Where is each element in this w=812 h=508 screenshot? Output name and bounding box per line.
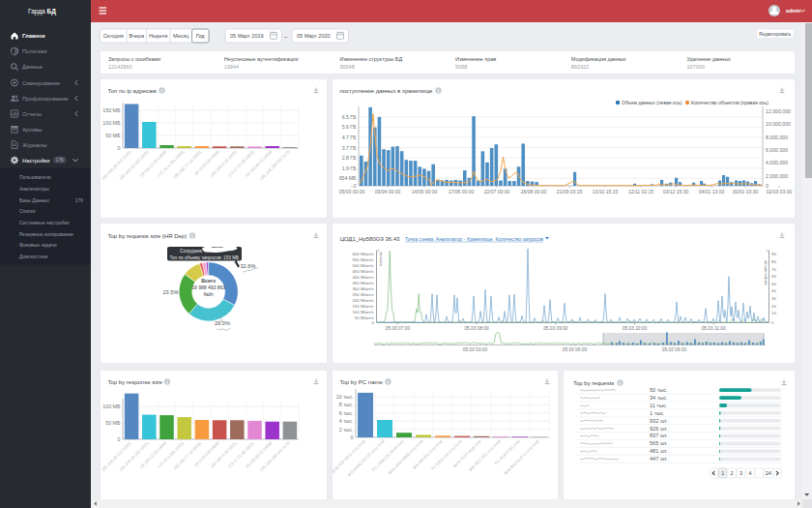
svg-text:Главное: Главное bbox=[22, 33, 46, 39]
svg-text:Сканирование: Сканирование bbox=[22, 80, 60, 86]
svg-text:Диагностика: Диагностика bbox=[19, 254, 47, 259]
svg-text:...: ... bbox=[757, 470, 762, 476]
svg-text:поступление данных в хранилище: поступление данных в хранилище bbox=[340, 88, 434, 94]
svg-text:запросов\сек: запросов\сек bbox=[763, 260, 768, 285]
svg-text:Гарда: Гарда bbox=[28, 8, 45, 15]
svg-text:192.168.20.212:11521: 192.168.20.212:11521 bbox=[101, 440, 132, 472]
svg-text:0: 0 bbox=[118, 436, 121, 442]
svg-text:107000: 107000 bbox=[687, 63, 705, 69]
svg-text:20: 20 bbox=[771, 304, 776, 309]
svg-text:30048: 30048 bbox=[339, 63, 354, 69]
svg-text:17/06 00:00: 17/06 00:00 bbox=[449, 189, 475, 194]
svg-text:Архивы: Архивы bbox=[22, 127, 42, 133]
svg-text:Пользователи: Пользователи bbox=[19, 174, 51, 180]
svg-text:250 Мбит/с: 250 Мбит/с bbox=[352, 292, 374, 297]
svg-text:2.8 ГБ: 2.8 ГБ bbox=[342, 155, 357, 161]
svg-text:Данные: Данные bbox=[22, 64, 43, 70]
svg-text:admin: admin bbox=[786, 8, 800, 14]
svg-text:05 Март 2020: 05 Март 2020 bbox=[297, 33, 331, 39]
svg-text:Системные настройки: Системные настройки bbox=[19, 220, 70, 225]
svg-text:200 Мбит/с: 200 Мбит/с bbox=[352, 298, 374, 303]
svg-text:Объем данных (левая ось): Объем данных (левая ось) bbox=[622, 100, 682, 105]
svg-text:10: 10 bbox=[771, 311, 776, 315]
svg-text:2: 2 bbox=[731, 470, 734, 476]
svg-text:24: 24 bbox=[766, 470, 771, 476]
svg-text:21/09 03:15: 21/09 03:15 bbox=[557, 189, 583, 194]
svg-text:4 тыс.: 4 тыс. bbox=[339, 418, 354, 424]
svg-text:100 Мбит/с: 100 Мбит/с bbox=[352, 310, 374, 314]
svg-text:3.7 ГБ: 3.7 ГБ bbox=[342, 145, 357, 151]
svg-text:1: 1 bbox=[721, 470, 724, 476]
svg-text:0: 0 bbox=[118, 145, 121, 151]
svg-text:14/05 00:00: 14/05 00:00 bbox=[412, 189, 438, 194]
svg-text:26/08 00:00: 26/08 00:00 bbox=[521, 189, 547, 194]
svg-text:10,000,000: 10,000,000 bbox=[766, 121, 791, 127]
svg-text:3: 3 bbox=[740, 470, 742, 476]
svg-text:05.03 07:00: 05.03 07:00 bbox=[386, 326, 411, 331]
svg-text:03/12 15:30: 03/12 15:30 bbox=[663, 189, 689, 194]
svg-text:0: 0 bbox=[354, 183, 357, 189]
svg-text:192.168.100.241:1178: 192.168.100.241:1178 bbox=[259, 149, 291, 181]
svg-text:600 Мбит/с: 600 Мбит/с bbox=[352, 252, 374, 256]
svg-text:Неуспешные аутентификации: Неуспешные аутентификации bbox=[224, 55, 299, 61]
svg-text:926 шт.: 926 шт. bbox=[650, 426, 668, 432]
svg-text:13/10 15:15: 13/10 15:15 bbox=[593, 189, 619, 194]
svg-text:Год: Год bbox=[196, 33, 206, 39]
svg-text:400 Мбит/с: 400 Мбит/с bbox=[352, 275, 374, 280]
svg-text:Топ по ip адресам: Топ по ip адресам bbox=[108, 88, 157, 94]
svg-text:Изменение структуры БД: Изменение структуры БД bbox=[339, 55, 402, 61]
svg-text:50 тыс.: 50 тыс. bbox=[650, 387, 668, 393]
svg-text:90: 90 bbox=[771, 252, 776, 256]
svg-text:05.03 10:00: 05.03 10:00 bbox=[623, 326, 648, 331]
svg-text:500 Мбит/с: 500 Мбит/с bbox=[352, 263, 374, 268]
svg-text:WIN-SRV-DB02.corp.local: WIN-SRV-DB02.corp.local bbox=[388, 438, 424, 475]
svg-text:Модификация данных: Модификация данных bbox=[571, 55, 626, 61]
svg-text:50: 50 bbox=[771, 282, 776, 286]
svg-text:6,000,000: 6,000,000 bbox=[766, 147, 788, 153]
svg-text:09/04 00:00: 09/04 00:00 bbox=[375, 189, 401, 194]
svg-text:WS-ANALYST-07.corp.local: WS-ANALYST-07.corp.local bbox=[347, 438, 386, 477]
svg-text:05.03 09:00: 05.03 09:00 bbox=[543, 326, 568, 331]
svg-text:192.168.10.102:11521: 192.168.10.102:11521 bbox=[118, 149, 150, 181]
svg-text:192.168.100.241:1178: 192.168.100.241:1178 bbox=[259, 440, 291, 472]
svg-text:05.03 08:00: 05.03 08:00 bbox=[464, 326, 489, 331]
svg-text:Сегодня: Сегодня bbox=[103, 33, 124, 39]
svg-text:Top by requests size (HR Dep): Top by requests size (HR Dep) bbox=[108, 233, 188, 239]
svg-text:Вчера: Вчера bbox=[129, 33, 144, 39]
svg-text:Списки: Списки bbox=[19, 208, 36, 214]
svg-text:32.6%: 32.6% bbox=[241, 263, 256, 269]
svg-text:Top by PC name: Top by PC name bbox=[340, 379, 384, 385]
svg-text:6.5 ГБ: 6.5 ГБ bbox=[342, 114, 357, 120]
svg-text:8 тыс.: 8 тыс. bbox=[339, 402, 354, 407]
svg-text:Изменение прав: Изменение прав bbox=[455, 55, 496, 61]
svg-text:176: 176 bbox=[75, 197, 84, 203]
svg-text:70: 70 bbox=[771, 267, 776, 272]
svg-text:4,000,000: 4,000,000 bbox=[766, 160, 788, 165]
svg-text:WIN-BACKUP-1.corp.local: WIN-BACKUP-1.corp.local bbox=[503, 438, 540, 476]
svg-text:300 Мбит/с: 300 Мбит/с bbox=[352, 286, 374, 291]
svg-text:Удаление данных: Удаление данных bbox=[687, 55, 732, 61]
svg-text:12/11 02:15: 12/11 02:15 bbox=[628, 189, 653, 194]
svg-text:Редактировать: Редактировать bbox=[759, 32, 792, 37]
svg-text:481 шт.: 481 шт. bbox=[650, 448, 668, 454]
svg-text:6 тыс.: 6 тыс. bbox=[339, 410, 354, 416]
svg-text:Фоновые задачи: Фоновые задачи bbox=[19, 242, 57, 248]
svg-text:8,000,000: 8,000,000 bbox=[766, 134, 788, 140]
svg-text:02/03 03:00: 02/03 03:00 bbox=[767, 189, 793, 194]
svg-text:837 шт.: 837 шт. bbox=[650, 433, 668, 438]
svg-text:176: 176 bbox=[56, 158, 64, 163]
svg-text:–: – bbox=[284, 33, 288, 40]
svg-text:23.5%: 23.5% bbox=[163, 289, 179, 295]
svg-text:40: 40 bbox=[771, 288, 776, 293]
svg-text:Количество объектов (правая ос: Количество объектов (правая ось) bbox=[691, 100, 768, 105]
svg-text:450 Мбит/с: 450 Мбит/с bbox=[352, 269, 374, 274]
svg-text:05 Март 2019: 05 Март 2019 bbox=[230, 33, 264, 39]
svg-text:БД: БД bbox=[47, 8, 57, 15]
svg-text:Топ по объему запросов: 153 МБ: Топ по объему запросов: 153 МБ bbox=[170, 255, 240, 260]
svg-text:Top by requests: Top by requests bbox=[573, 380, 614, 386]
svg-text:Журналы: Журналы bbox=[22, 142, 46, 148]
svg-text:50 МБ: 50 МБ bbox=[105, 420, 121, 426]
svg-text:34 тыс.: 34 тыс. bbox=[650, 395, 668, 401]
svg-text:0: 0 bbox=[766, 183, 768, 189]
svg-text:05.03 11:00: 05.03 11:00 bbox=[702, 326, 726, 331]
